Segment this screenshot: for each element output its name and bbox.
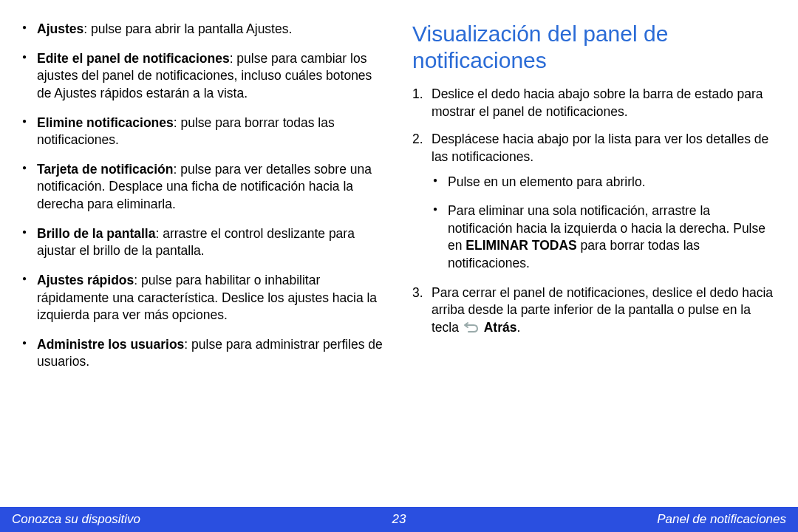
feature-list: Ajustes: pulse para abrir la pantalla Aj… bbox=[21, 21, 386, 371]
inline-strong: ELIMINAR TODAS bbox=[466, 238, 576, 253]
substep-item: Para eliminar una sola notificación, arr… bbox=[432, 202, 777, 273]
feature-item: Edite el panel de notificaciones: pulse … bbox=[21, 50, 386, 103]
feature-item: Administre los usuarios: pulse para admi… bbox=[21, 336, 386, 371]
footer-right: Panel de notificaciones bbox=[657, 512, 786, 527]
steps-list: Deslice el dedo hacia abajo sobre la bar… bbox=[412, 86, 777, 337]
step-item: Deslice el dedo hacia abajo sobre la bar… bbox=[412, 86, 777, 120]
inline-strong: Atrás bbox=[484, 320, 517, 335]
feature-term: Tarjeta de notificación bbox=[37, 162, 173, 177]
feature-item: Elimine notificaciones: pulse para borra… bbox=[21, 115, 386, 149]
feature-term: Edite el panel de notificaciones bbox=[37, 51, 230, 66]
feature-term: Elimine notificaciones bbox=[37, 115, 174, 130]
substep-item: Pulse en un elemento para abrirlo. bbox=[432, 174, 777, 191]
feature-term: Administre los usuarios bbox=[37, 337, 184, 352]
feature-item: Tarjeta de notificación: pulse para ver … bbox=[21, 161, 386, 214]
feature-item: Brillo de la pantalla: arrastre el contr… bbox=[21, 225, 386, 260]
feature-desc: : pulse para abrir la pantalla Ajustes. bbox=[83, 21, 292, 36]
page-number: 23 bbox=[392, 512, 406, 527]
step-item: Para cerrar el panel de notificaciones, … bbox=[412, 284, 777, 337]
feature-term: Ajustes rápidos bbox=[37, 273, 134, 287]
feature-item: Ajustes: pulse para abrir la pantalla Aj… bbox=[21, 21, 386, 38]
back-icon bbox=[464, 321, 479, 333]
section-heading: Visualización del panel de notificacione… bbox=[412, 21, 777, 74]
feature-term: Ajustes bbox=[37, 21, 83, 36]
feature-term: Brillo de la pantalla bbox=[37, 226, 155, 241]
footer-left: Conozca su dispositivo bbox=[12, 512, 140, 527]
page-footer: Conozca su dispositivo 23 Panel de notif… bbox=[0, 507, 798, 532]
feature-item: Ajustes rápidos: pulse para habilitar o … bbox=[21, 272, 386, 324]
substeps-list: Pulse en un elemento para abrirlo.Para e… bbox=[432, 174, 777, 273]
step-item: Desplácese hacia abajo por la lista para… bbox=[412, 131, 777, 272]
